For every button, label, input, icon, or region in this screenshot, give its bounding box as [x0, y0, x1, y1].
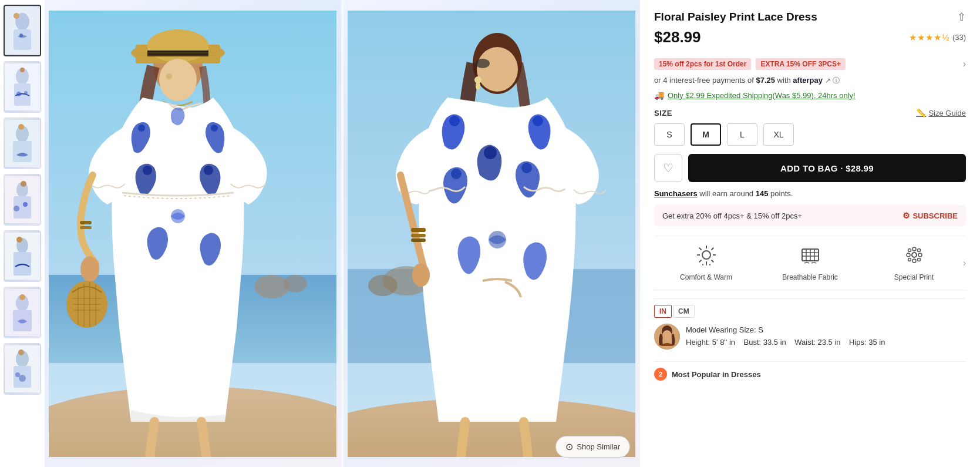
- size-guide-link[interactable]: 📏 Size Guide: [916, 108, 966, 117]
- popular-text: Most Popular in Dresses: [672, 370, 761, 379]
- afterpay-link-icon: ↗ ⓘ: [825, 76, 840, 85]
- svg-point-43: [147, 29, 208, 62]
- share-icon[interactable]: ⇧: [957, 11, 966, 23]
- svg-point-119: [662, 330, 672, 341]
- thumb-image-2: [4, 62, 41, 112]
- svg-point-32: [18, 350, 24, 355]
- thumbnail-5[interactable]: [4, 230, 41, 282]
- sunchasers-link[interactable]: Sunchasers: [654, 189, 698, 198]
- svg-point-34: [15, 372, 20, 377]
- points-value: 145: [756, 189, 769, 198]
- product-price: $28.99: [654, 28, 701, 46]
- svg-rect-2: [14, 29, 31, 50]
- svg-point-109: [912, 259, 916, 263]
- thumb-image-1: [5, 6, 40, 55]
- unit-in-button[interactable]: IN: [654, 305, 672, 318]
- add-to-bag-button[interactable]: ADD TO BAG · $28.99: [688, 154, 966, 182]
- size-btn-s[interactable]: S: [654, 123, 685, 146]
- model-info-row: Model Wearing Size: S Height: 5' 8'' in …: [654, 324, 966, 350]
- points-text: will earn around: [699, 189, 753, 198]
- promo-chevron-icon[interactable]: ›: [963, 59, 966, 69]
- svg-point-60: [80, 256, 99, 282]
- svg-line-96: [711, 248, 713, 250]
- svg-point-33: [19, 375, 26, 382]
- thumbnail-4[interactable]: [4, 174, 41, 226]
- thumbnail-2[interactable]: [4, 61, 41, 113]
- svg-point-18: [21, 181, 26, 187]
- svg-point-8: [20, 68, 25, 72]
- thumb-image-4: [4, 174, 41, 225]
- unit-cm-button[interactable]: CM: [673, 305, 695, 318]
- size-btn-m[interactable]: M: [691, 123, 721, 146]
- thumb-image-5: [4, 231, 41, 281]
- promo-badge-1[interactable]: 15% off 2pcs for 1st Order: [654, 58, 751, 70]
- thumbnail-3[interactable]: [4, 117, 41, 169]
- features-row: Comfort & Warm: [654, 236, 966, 290]
- svg-line-94: [699, 248, 701, 250]
- model-details: Model Wearing Size: S Height: 5' 8'' in …: [686, 324, 885, 349]
- svg-point-47: [159, 59, 197, 101]
- shipping-row[interactable]: 🚚 Only $2.99 Expedited Shipping(Was $5.9…: [654, 90, 966, 100]
- shop-similar-button[interactable]: ⊙ Shop Similar: [555, 436, 630, 458]
- svg-point-28: [19, 294, 25, 300]
- svg-rect-13: [13, 141, 32, 162]
- model-height: Height: 5' 8'' in: [686, 338, 735, 347]
- feature-print-label: Special Print: [894, 273, 934, 281]
- thumbnail-7[interactable]: [4, 343, 41, 395]
- svg-point-75: [477, 47, 518, 92]
- svg-point-3: [14, 13, 19, 19]
- wishlist-button[interactable]: ♡: [654, 154, 682, 182]
- size-section: SIZE 📏 Size Guide S M L XL: [654, 108, 966, 146]
- subscribe-icon: ⚙: [902, 211, 910, 220]
- svg-point-81: [484, 146, 497, 159]
- svg-point-10: [24, 91, 28, 95]
- action-row: ♡ ADD TO BAG · $28.99: [654, 154, 966, 182]
- svg-point-113: [917, 249, 920, 252]
- svg-rect-87: [411, 238, 426, 242]
- main-images-area: ⊙ Shop Similar: [45, 0, 639, 467]
- price-rating-row: $28.99 ★★★★½ (33): [654, 28, 966, 52]
- promo-badge-2[interactable]: EXTRA 15% OFF 3PCS+: [756, 58, 846, 70]
- svg-point-19: [14, 206, 19, 211]
- svg-point-24: [16, 237, 22, 243]
- svg-point-52: [185, 105, 188, 109]
- size-btn-l[interactable]: L: [727, 123, 757, 146]
- size-options: S M L XL: [654, 123, 966, 146]
- feature-breathable: Breathable Fabric: [758, 244, 862, 281]
- svg-point-54: [211, 125, 218, 132]
- svg-point-89: [702, 251, 710, 259]
- svg-point-112: [908, 249, 911, 252]
- subscribe-link[interactable]: ⚙ SUBSCRIBE: [902, 211, 958, 220]
- shop-similar-label: Shop Similar: [577, 442, 620, 451]
- svg-point-9: [16, 92, 21, 96]
- svg-line-97: [699, 260, 701, 263]
- svg-line-95: [711, 260, 713, 263]
- svg-point-78: [476, 82, 480, 90]
- svg-point-110: [907, 253, 910, 257]
- size-header: SIZE 📏 Size Guide: [654, 108, 966, 117]
- product-title: Floral Paisley Print Lace Dress: [654, 11, 957, 23]
- breathable-icon: [800, 244, 821, 268]
- model-hips: Hips: 35 in: [849, 338, 885, 347]
- svg-rect-86: [411, 234, 426, 237]
- svg-point-48: [166, 73, 172, 79]
- svg-point-4: [19, 33, 23, 37]
- shipping-text: Only $2.99 Expedited Shipping(Was $5.99)…: [668, 91, 856, 100]
- comfort-icon: [696, 244, 717, 268]
- print-icon: [904, 244, 925, 268]
- size-btn-xl[interactable]: XL: [763, 123, 794, 146]
- afterpay-amount: $7.25: [756, 76, 775, 85]
- size-guide-text: Size Guide: [928, 109, 966, 117]
- svg-point-115: [917, 258, 920, 261]
- thumbnail-1[interactable]: [4, 5, 41, 56]
- afterpay-with: with: [777, 76, 791, 85]
- thumb-image-6: [4, 287, 41, 338]
- svg-rect-58: [80, 221, 92, 224]
- svg-point-114: [908, 258, 911, 261]
- features-chevron-icon[interactable]: ›: [963, 258, 966, 268]
- main-image-back: ⊙ Shop Similar: [343, 0, 640, 467]
- thumb-image-7: [4, 344, 41, 394]
- svg-point-72: [368, 275, 398, 296]
- thumbnail-6[interactable]: [4, 287, 41, 338]
- svg-point-76: [476, 59, 490, 68]
